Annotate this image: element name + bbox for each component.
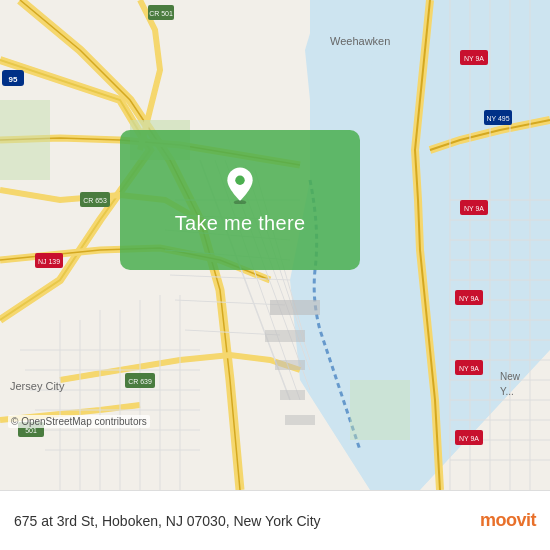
svg-text:NY 495: NY 495 (486, 115, 509, 122)
svg-text:Weehawken: Weehawken (330, 35, 390, 47)
svg-point-85 (235, 175, 245, 185)
take-me-there-label: Take me there (175, 212, 306, 235)
svg-text:Jersey City: Jersey City (10, 380, 65, 392)
svg-rect-79 (270, 300, 320, 315)
svg-rect-77 (0, 100, 50, 180)
svg-text:NY 9A: NY 9A (459, 295, 479, 302)
svg-rect-81 (275, 360, 305, 370)
address-label: 675 at 3rd St, Hoboken, NJ 07030, New Yo… (14, 513, 470, 529)
osm-credit: © OpenStreetMap contributors (8, 415, 150, 428)
moovit-logo-text: moovit (480, 510, 536, 531)
svg-rect-83 (285, 415, 315, 425)
location-pin-icon (221, 166, 259, 204)
svg-text:NY 9A: NY 9A (464, 205, 484, 212)
svg-text:New: New (500, 371, 521, 382)
svg-text:CR 639: CR 639 (128, 378, 152, 385)
svg-text:NY 9A: NY 9A (459, 365, 479, 372)
svg-text:Y...: Y... (500, 386, 514, 397)
svg-text:CR 653: CR 653 (83, 197, 107, 204)
svg-text:NY 9A: NY 9A (464, 55, 484, 62)
map-container: Weehawken Jersey City New Y... 95 CR 501… (0, 0, 550, 490)
svg-rect-82 (280, 390, 305, 400)
svg-rect-80 (265, 330, 305, 342)
moovit-logo: moovit (480, 510, 536, 531)
take-me-there-button[interactable]: Take me there (120, 130, 360, 270)
svg-text:95: 95 (9, 75, 18, 84)
svg-text:CR 501: CR 501 (149, 10, 173, 17)
svg-text:NJ 139: NJ 139 (38, 258, 60, 265)
bottom-bar: 675 at 3rd St, Hoboken, NJ 07030, New Yo… (0, 490, 550, 550)
svg-text:501: 501 (25, 427, 37, 434)
svg-rect-78 (350, 380, 410, 440)
svg-text:NY 9A: NY 9A (459, 435, 479, 442)
